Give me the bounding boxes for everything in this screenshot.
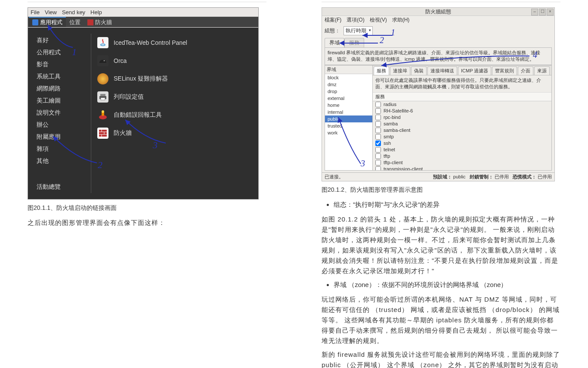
zone-item[interactable]: work (325, 129, 372, 136)
cat-item[interactable]: 附屬應用 (37, 131, 91, 143)
cat-item[interactable]: 美工繪圖 (37, 95, 91, 107)
app-row[interactable]: Orca (97, 52, 258, 70)
service-checkbox[interactable] (375, 140, 381, 146)
subtab[interactable]: 連接埠 (390, 66, 410, 75)
zone-item[interactable]: external (325, 95, 372, 102)
cat-item[interactable]: 系統工具 (37, 71, 91, 83)
app-row[interactable]: 列印設定值 (97, 88, 258, 106)
menu-file[interactable]: File (31, 9, 40, 16)
subtab[interactable]: 來源 (534, 66, 550, 75)
service-label: rpc-bind (384, 115, 401, 120)
service-row[interactable]: tftp-client (373, 159, 551, 166)
service-label: radius (384, 102, 396, 107)
service-row[interactable]: tftp (373, 153, 551, 159)
service-checkbox[interactable] (375, 160, 381, 165)
svg-point-7 (102, 110, 104, 113)
menu-sendkey[interactable]: Send key (62, 9, 85, 16)
zone-item[interactable]: block (325, 74, 372, 81)
subtab[interactable]: 豐富規則 (492, 66, 517, 75)
selinux-icon (97, 73, 108, 84)
right-column: 防火牆組態 – ☐ × 檔案(F) 選項(O) 檢視(V) 求助(H) 組態： … (294, 0, 588, 368)
cat-item[interactable]: 說明文件 (37, 107, 91, 119)
zone-item[interactable]: dmz (325, 81, 372, 88)
subtab[interactable]: 介面 (518, 66, 533, 75)
service-label: ssh (384, 140, 391, 146)
service-row[interactable]: samba (373, 121, 551, 127)
app-label: SELinux 疑難排解器 (114, 75, 168, 83)
service-checkbox[interactable] (375, 121, 381, 127)
service-checkbox[interactable] (375, 147, 381, 153)
gnome-topbar: 應用程式 位置 防火牆 (28, 17, 258, 27)
service-row[interactable]: ssh (373, 140, 551, 147)
app-row[interactable]: IcedTea-Web Control Panel (97, 34, 258, 52)
app-row[interactable]: 自動錯誤回報工具 (97, 106, 258, 124)
config-select[interactable]: 執行時期 ▾ (344, 26, 373, 35)
bullet: 界域 （zone）：依据不同的环境所设计的网络界域 （zone） (334, 280, 560, 290)
cat-item[interactable]: 雜項 (37, 143, 91, 155)
app-label: IcedTea-Web Control Panel (114, 39, 187, 46)
subtab[interactable]: 偽裝 (411, 66, 427, 75)
service-checkbox[interactable] (375, 128, 381, 133)
service-checkbox[interactable] (375, 108, 381, 114)
cat-item[interactable]: 網際網路 (37, 83, 91, 95)
figure2-caption: 图20.1.2、防火墙图形管理界面示意图 (322, 185, 560, 194)
service-label: transmission-client (384, 166, 423, 170)
service-checkbox[interactable] (375, 134, 381, 140)
statusbar: 已連接。 預設域： public 封鎖管制： 已停用 恐慌模式： 已停用 (322, 172, 554, 181)
cat-item[interactable]: 其他 (37, 155, 91, 167)
service-checkbox[interactable] (375, 115, 381, 120)
cat-item[interactable]: 辦公 (37, 119, 91, 131)
service-checkbox[interactable] (375, 153, 381, 159)
service-row[interactable]: rpc-bind (373, 114, 551, 121)
zone-item[interactable]: internal (325, 109, 372, 115)
service-label: samba (384, 121, 398, 126)
topbar-firewall[interactable]: 防火牆 (84, 18, 115, 27)
service-row[interactable]: radius (373, 101, 551, 108)
cat-item[interactable]: 影音 (37, 59, 91, 71)
service-row[interactable]: samba-client (373, 127, 551, 134)
annotation-3: 3 (153, 140, 158, 151)
minimize-button[interactable]: – (531, 9, 538, 16)
menu-item[interactable]: 檢視(V) (370, 16, 387, 24)
menu-item[interactable]: 求助(H) (392, 16, 410, 24)
zone-item-selected[interactable]: public (325, 115, 372, 122)
close-button[interactable]: × (547, 9, 554, 16)
svg-rect-2 (100, 94, 105, 96)
menu-view[interactable]: View (45, 9, 57, 16)
service-checkbox[interactable] (375, 166, 381, 170)
service-list: 服務 radiusRH-Satellite-6rpc-bindsambasamb… (373, 93, 551, 170)
cat-item[interactable]: 喜好 (37, 34, 91, 47)
service-row[interactable]: smtp (373, 134, 551, 140)
topbar-location[interactable]: 位置 (66, 18, 84, 27)
zone-item[interactable]: trusted (325, 122, 372, 129)
firewall-app-icon (97, 128, 108, 139)
service-row[interactable]: transmission-client (373, 166, 551, 170)
zone-item[interactable]: drop (325, 88, 372, 95)
subtab[interactable]: 連接埠轉送 (427, 66, 457, 75)
bullet: 组态："执行时期"与"永久记录"的差异 (334, 200, 560, 210)
activities-overview[interactable]: 活動總覽 (37, 181, 61, 193)
topbar-applications[interactable]: 應用程式 (29, 17, 66, 27)
subtab[interactable]: ICMP 過濾器 (458, 66, 491, 75)
service-row[interactable]: RH-Satellite-6 (373, 108, 551, 114)
app-row[interactable]: 防火牆 (97, 124, 258, 142)
main-tab-services[interactable]: 服務 (344, 38, 364, 47)
main-tab-zones[interactable]: 界域 (325, 38, 344, 47)
zone-list: 界域 block dmz drop external home internal… (325, 65, 373, 171)
subtab[interactable]: 服務 (374, 66, 389, 75)
window-title: 防火牆組態 (425, 8, 451, 16)
zone-item[interactable]: home (325, 102, 372, 109)
menu-item[interactable]: 選項(O) (347, 16, 364, 24)
svg-rect-4 (101, 98, 105, 100)
paragraph: 新的 firewalld 服务就预先设计这些可能会被用到的网络环境，里面的规则除… (322, 349, 560, 368)
status-connected: 已連接。 (325, 174, 344, 180)
maximize-button[interactable]: ☐ (539, 9, 546, 16)
menu-help[interactable]: Help (90, 9, 102, 16)
service-checkbox[interactable] (375, 102, 381, 107)
app-list: IcedTea-Web Control Panel Orca SELinux 疑… (91, 28, 258, 199)
app-row[interactable]: SELinux 疑難排解器 (97, 70, 258, 88)
orca-icon (97, 55, 108, 66)
service-row[interactable]: telnet (373, 147, 551, 153)
cat-item[interactable]: 公用程式 (37, 47, 91, 59)
menu-item[interactable]: 檔案(F) (325, 16, 341, 24)
